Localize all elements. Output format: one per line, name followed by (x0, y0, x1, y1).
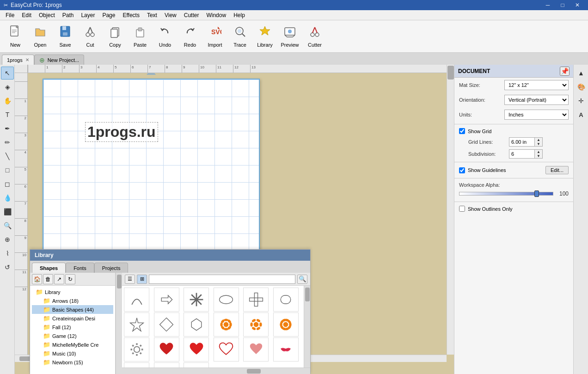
subdivision-up[interactable]: ▲ (535, 150, 542, 154)
menu-item-help[interactable]: Help (230, 11, 249, 19)
lib-export-button[interactable]: ↗ (54, 274, 64, 284)
tool-rotate[interactable]: ↺ (1, 261, 14, 274)
shape-item-16[interactable] (243, 337, 269, 362)
tree-item-game--12-[interactable]: 📁Game (12) (32, 331, 113, 340)
panel-font-button[interactable]: A (575, 108, 588, 121)
toolbar-trace-button[interactable]: Trace (228, 23, 251, 50)
tool-line[interactable]: ╲ (1, 150, 14, 163)
tool-pencil[interactable]: ✏ (1, 136, 14, 149)
list-view-button[interactable]: ☰ (125, 275, 135, 284)
menu-item-page[interactable]: Page (98, 11, 119, 19)
tab-1progs[interactable]: 1progs✕ (2, 55, 34, 65)
tool-text[interactable]: T (1, 108, 14, 121)
shape-item-11[interactable] (273, 313, 299, 337)
tool-eyedropper[interactable]: 💧 (1, 191, 14, 204)
library-search-input[interactable] (149, 275, 295, 284)
menu-item-path[interactable]: Path (59, 11, 78, 19)
shape-item-4[interactable] (243, 288, 269, 312)
menu-item-cutter[interactable]: Cutter (180, 11, 203, 19)
shape-item-6[interactable] (124, 313, 149, 337)
tab-close-icon[interactable]: ✕ (25, 57, 29, 62)
toolbar-import-button[interactable]: SVGImport (203, 23, 227, 50)
menu-item-file[interactable]: File (2, 11, 18, 19)
toolbar-library-button[interactable]: Library (253, 23, 276, 50)
vertical-scrollbar[interactable] (447, 65, 454, 355)
panel-color-button[interactable]: 🎨 (575, 80, 588, 93)
shape-item-2[interactable] (184, 288, 209, 312)
mat-size-select[interactable]: 12" x 12" (504, 80, 569, 90)
canvas-text-element[interactable]: 1progs.ru (85, 122, 158, 142)
tool-pen[interactable]: ✒ (1, 122, 14, 135)
alpha-slider-thumb[interactable] (534, 190, 539, 197)
tree-item-fall--12-[interactable]: 📁Fall (12) (32, 323, 113, 331)
tool-move[interactable]: ⊕ (1, 233, 14, 246)
toolbar-undo-button[interactable]: Undo (153, 23, 177, 50)
toolbar-redo-button[interactable]: Redo (178, 23, 202, 50)
tree-item-music--10-[interactable]: 📁Music (10) (32, 349, 113, 358)
lib-refresh-button[interactable]: ↻ (65, 274, 75, 284)
shape-item-20[interactable] (184, 362, 209, 368)
toolbar-cutter-button[interactable]: Cutter (303, 23, 326, 50)
library-tab-projects[interactable]: Projects (94, 263, 129, 273)
show-outlines-checkbox[interactable] (459, 206, 465, 212)
shape-item-5[interactable] (273, 288, 299, 312)
tool-rect[interactable]: ◻ (1, 178, 14, 190)
menu-item-text[interactable]: Text (143, 11, 161, 19)
show-guidelines-checkbox[interactable] (459, 167, 465, 173)
subdivision-down[interactable]: ▼ (535, 154, 542, 158)
shape-item-0[interactable] (124, 288, 149, 312)
menu-item-window[interactable]: Window (202, 11, 230, 19)
tree-item-arrows--18-[interactable]: 📁Arrows (18) (32, 296, 113, 305)
subdivision-input[interactable] (509, 149, 534, 159)
panel-move-button[interactable]: ✛ (575, 94, 588, 107)
menu-item-effects[interactable]: Effects (119, 11, 143, 19)
tool-node-edit[interactable]: ◈ (1, 80, 14, 93)
grid-lines-input[interactable] (509, 137, 534, 147)
guidelines-edit-button[interactable]: Edit... (545, 166, 569, 174)
toolbar-new-button[interactable]: New (4, 23, 27, 50)
tree-item-createinspain-desi[interactable]: 📁Createinspain Desi (32, 314, 113, 323)
shape-item-7[interactable] (154, 313, 179, 337)
grid-lines-down[interactable]: ▼ (535, 142, 542, 146)
toolbar-save-button[interactable]: Save (54, 23, 77, 50)
tool-select[interactable]: ↖ (1, 67, 14, 80)
doc-panel-pin-button[interactable]: 📌 (560, 67, 570, 76)
shape-item-8[interactable] (184, 313, 209, 337)
panel-scroll-up[interactable]: ▲ (575, 67, 588, 80)
shape-item-9[interactable] (214, 313, 239, 337)
toolbar-preview-button[interactable]: Preview (278, 23, 301, 50)
tool-zoom[interactable]: 🔍 (1, 219, 14, 232)
menu-item-edit[interactable]: Edit (18, 11, 35, 19)
tree-item-basic-shapes--44-[interactable]: 📁Basic Shapes (44) (32, 305, 113, 314)
minimize-button[interactable]: ─ (541, 1, 555, 9)
shapes-horizontal-scrollbar[interactable] (122, 368, 310, 374)
toolbar-paste-button[interactable]: Paste (129, 23, 152, 50)
show-grid-checkbox[interactable] (459, 128, 465, 134)
toolbar-copy-button[interactable]: Copy (104, 23, 127, 50)
tool-eraser[interactable]: □ (1, 164, 14, 177)
shape-item-10[interactable] (243, 313, 269, 337)
grid-view-button[interactable]: ⊞ (137, 275, 147, 284)
shape-item-15[interactable] (214, 337, 239, 362)
tree-item-michellemybelle-cre[interactable]: 📁MichelleMyBelle Cre (32, 340, 113, 349)
close-button[interactable]: ✕ (570, 1, 584, 9)
maximize-button[interactable]: □ (556, 1, 570, 9)
menu-item-object[interactable]: Object (35, 11, 59, 19)
shapes-scrollbar[interactable] (304, 286, 310, 368)
tool-knife[interactable]: ⌇ (1, 247, 14, 260)
tree-item-newborn--15-[interactable]: 📁Newborn (15) (32, 358, 113, 367)
library-tab-shapes[interactable]: Shapes (32, 263, 66, 273)
grid-lines-up[interactable]: ▲ (535, 138, 542, 142)
shape-item-19[interactable] (154, 362, 179, 368)
library-tree-scrollbar[interactable] (116, 273, 122, 374)
menu-item-layer[interactable]: Layer (77, 11, 98, 19)
shape-item-17[interactable] (273, 337, 299, 362)
shape-item-1[interactable] (154, 288, 179, 312)
shape-item-14[interactable] (184, 337, 209, 362)
menu-item-view[interactable]: View (161, 11, 180, 19)
tab-new-project---[interactable]: ⊕New Project... (34, 55, 84, 65)
shape-item-13[interactable] (154, 337, 179, 362)
tree-item-library[interactable]: 📁Library (32, 288, 113, 296)
shape-item-3[interactable] (214, 288, 239, 312)
shape-item-18[interactable] (124, 362, 149, 368)
